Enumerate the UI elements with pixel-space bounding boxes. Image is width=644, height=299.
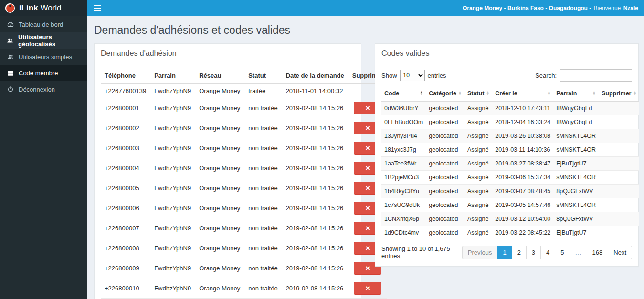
column-header-supprimer[interactable]: Supprimer▲▼ — [599, 86, 639, 101]
table-row: 1B2pjeMCu3geolocatedAssigné2019-03-06 15… — [381, 171, 639, 185]
pagination-button[interactable]: 168 — [587, 246, 609, 259]
cell-statut: Assigné — [465, 226, 492, 240]
sort-icon: ▲▼ — [592, 91, 596, 95]
cell-cree-le: 2019-03-06 15:37:34 — [492, 171, 553, 185]
cell-categorie: geolocated — [426, 226, 465, 240]
pagination-button[interactable]: 2 — [512, 246, 527, 259]
column-label: Catégorie — [429, 90, 456, 97]
cell-parrain: IBWqyGbqFd — [553, 101, 599, 115]
table-row: 1CNXhfqX6pgeolocatedAssigné2019-03-12 10… — [381, 212, 639, 226]
pagination-button[interactable]: 4 — [540, 246, 555, 259]
table-header-row: Téléphone Parrain Réseau Statut Date de … — [101, 68, 387, 83]
cell-parrain: FwdhzYphN9 — [150, 158, 195, 178]
column-header-categorie[interactable]: Catégorie▲▼ — [426, 86, 465, 101]
cell-date: 2019-02-08 14:15:26 — [282, 138, 348, 158]
sort-icon: ▲▼ — [420, 91, 423, 95]
sidebar-item-utilisateurs-simples[interactable]: Utilisateurs simples — [0, 49, 87, 65]
table-row: 1b4RkyC8YugeolocatedAssigné2019-03-07 08… — [381, 185, 639, 198]
delete-icon: × — [366, 124, 370, 132]
sidebar-toggle-button[interactable] — [87, 0, 108, 16]
sort-icon: ▲▼ — [486, 91, 489, 95]
search-label: Search: — [535, 72, 557, 79]
sort-down-icon: ▼ — [458, 93, 462, 96]
table-row: +226800008FwdhzYphN9Orange Moneynon trai… — [101, 238, 387, 258]
cell-supprimer — [599, 101, 639, 115]
delete-button[interactable]: × — [354, 282, 381, 295]
cell-statut: non traitée — [244, 138, 282, 158]
column-header-creer-le[interactable]: Créer le▲▼ — [492, 86, 553, 101]
adhesions-panel-body: Téléphone Parrain Réseau Statut Date de … — [95, 63, 361, 299]
table-row: +226800003FwdhzYphN9Orange Moneynon trai… — [101, 138, 387, 158]
codes-panel: Codes valides Show 10 entries Search: — [375, 43, 639, 267]
list-icon — [7, 70, 14, 76]
column-header-reseau: Réseau — [195, 68, 244, 83]
cell-parrain: 8pQJGFxtWV — [553, 185, 599, 198]
cell-statut: non traitée — [244, 158, 282, 178]
table-row: 0FFhBudOOmgeolocatedAssigné2018-12-04 16… — [381, 115, 639, 129]
column-label: Statut — [467, 90, 484, 97]
column-header-parrain[interactable]: Parrain▲▼ — [553, 86, 599, 101]
hamburger-icon — [94, 5, 101, 6]
pagination: Previous12345…168Next — [462, 246, 632, 259]
table-row: +226800007FwdhzYphN9Orange Moneynon trai… — [101, 218, 387, 238]
pagination-button[interactable]: Next — [608, 246, 632, 259]
sort-down-icon: ▼ — [547, 93, 550, 96]
search-input[interactable] — [560, 69, 632, 82]
sort-icon: ▲▼ — [547, 91, 550, 95]
cell-statut: Assigné — [465, 143, 492, 157]
sidebar-item-label: Utilisateurs géolocalisés — [18, 33, 80, 48]
cell-telephone: +226800002 — [101, 118, 150, 138]
cell-parrain: FwdhzYphN9 — [150, 118, 195, 138]
page-length-select[interactable]: 10 — [400, 70, 425, 81]
topbar-greeting: Bienvenue — [594, 5, 621, 11]
cell-telephone: +226800001 — [101, 98, 150, 118]
adhesions-panel-title: Demandes d'adhésion — [95, 44, 361, 63]
app-title-bold: iLink — [19, 3, 38, 12]
pagination-button[interactable]: 3 — [526, 246, 541, 259]
cell-statut: Assigné — [465, 171, 492, 185]
cell-parrain: FwdhzYphN9 — [150, 98, 195, 118]
cell-cree-le: 2019-03-07 08:48:45 — [492, 185, 553, 198]
codes-table-body: 0dW36UfbrYgeolocatedAssigné2018-12-10 17… — [381, 101, 639, 239]
cell-code: 0FFhBudOOm — [381, 115, 426, 129]
cell-telephone: +226800003 — [101, 138, 150, 158]
cell-cree-le: 2019-03-11 14:10:36 — [492, 143, 553, 157]
sidebar-item-tableau-de-bord[interactable]: Tableau de bord — [0, 16, 87, 32]
pagination-button[interactable]: 1 — [497, 246, 512, 259]
sort-icon: ▲▼ — [633, 91, 636, 95]
cell-code: 1aaTee3fWr — [381, 157, 426, 171]
cell-supprimer: × — [348, 278, 387, 299]
sort-down-icon: ▼ — [420, 93, 423, 96]
cell-cree-le: 2019-03-26 10:38:08 — [492, 129, 553, 143]
table-footer: Showing 1 to 10 of 1,675 entries Previou… — [381, 245, 632, 259]
cell-telephone: +226800004 — [101, 158, 150, 178]
cell-cree-le: 2019-03-27 08:38:47 — [492, 157, 553, 171]
cell-statut: Assigné — [465, 157, 492, 171]
cell-date: 2019-02-08 14:15:26 — [282, 278, 348, 299]
topbar-username: Nzale — [623, 5, 638, 11]
column-label: Créer le — [495, 90, 517, 97]
pagination-button[interactable]: 5 — [555, 246, 570, 259]
cell-supprimer — [599, 143, 639, 157]
sidebar-item-code-membre[interactable]: Code membre — [0, 65, 87, 81]
cell-date: 2019-02-08 14:15:26 — [282, 158, 348, 178]
codes-table: Code▲▼ Catégorie▲▼ Statut▲▼ Créer le▲▼ — [381, 86, 639, 239]
cell-reseau: Orange Money — [195, 98, 244, 118]
delete-icon: × — [366, 245, 370, 252]
column-header-statut[interactable]: Statut▲▼ — [465, 86, 492, 101]
table-row: +226800009FwdhzYphN9Orange Moneynon trai… — [101, 258, 387, 278]
sidebar-item-deconnexion[interactable]: Déconnexion — [0, 81, 87, 97]
users-icon — [7, 53, 14, 60]
table-controls: Show 10 entries Search: — [381, 69, 632, 82]
cell-statut: Assigné — [465, 115, 492, 129]
cell-categorie: geolocated — [426, 129, 465, 143]
table-row: 1c7sUG9dUkgeolocatedAssigné2019-03-05 14… — [381, 198, 639, 212]
cell-reseau: Orange Money — [195, 178, 244, 198]
table-row: +226800001FwdhzYphN9Orange Moneynon trai… — [101, 98, 387, 118]
cell-supprimer — [599, 129, 639, 143]
column-header-code[interactable]: Code▲▼ — [381, 86, 426, 101]
sidebar-item-utilisateurs-geolocalises[interactable]: Utilisateurs géolocalisés — [0, 32, 87, 49]
sidebar-menu: Tableau de bordUtilisateurs géolocalisés… — [0, 16, 87, 97]
cell-categorie: geolocated — [426, 101, 465, 115]
pagination-button[interactable]: Previous — [462, 246, 498, 259]
